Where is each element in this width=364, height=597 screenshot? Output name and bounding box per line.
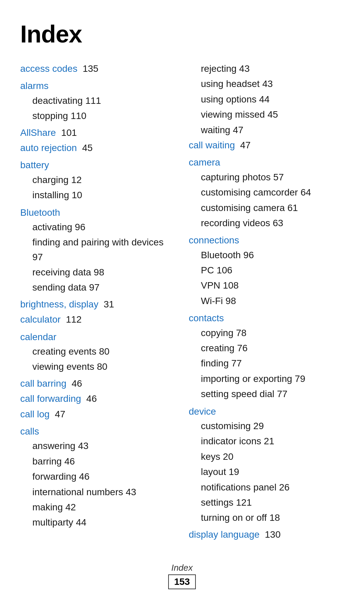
section-title: camera [189,155,344,170]
index-section: connectionsBluetooth 96PC 106VPN 108Wi-F… [189,233,344,308]
index-section: callsanswering 43barring 46forwarding 46… [20,424,175,530]
section-sub-entry: PC 106 [189,263,344,277]
index-sub-entry: using headset 43 [189,77,344,91]
section-sub-entry: barring 46 [20,454,175,469]
section-sub-entry: keys 20 [189,449,344,464]
index-link: display language 130 [189,527,344,542]
link-text: display language [189,529,260,540]
link-text: calculator [20,314,61,325]
page-footer: Index 153 [20,563,344,589]
section-sub-entry: activating 96 [20,220,175,234]
footer-page-number: 153 [168,574,196,589]
index-link: AllShare 101 [20,125,175,140]
index-sub-entry: viewing missed 45 [189,107,344,122]
section-title: battery [20,158,175,172]
link-text: call forwarding [20,393,81,404]
link-text: brightness, display [20,299,98,309]
section-sub-entry: international numbers 43 [20,485,175,499]
section-sub-entry: answering 43 [20,439,175,453]
section-title: calls [20,424,175,439]
section-sub-entry: multiparty 44 [20,515,175,530]
index-link: calculator 112 [20,312,175,327]
index-link: brightness, display 31 [20,297,175,311]
link-text: auto rejection [20,143,77,153]
section-sub-entry: making 42 [20,500,175,514]
left-column: access codes 135alarmsdeactivating 111st… [20,61,189,542]
section-title: Bluetooth [20,205,175,220]
section-sub-entry: installing 10 [20,188,175,202]
section-sub-entry: recording videos 63 [189,216,344,230]
link-text: call log [20,409,50,419]
index-section: contactscopying 78creating 76finding 77i… [189,311,344,401]
link-text: call barring [20,378,66,389]
section-title: calendar [20,330,175,344]
index-sub-entry: waiting 47 [189,123,344,137]
section-title: contacts [189,311,344,325]
section-sub-entry: copying 78 [189,326,344,340]
section-sub-entry: Bluetooth 96 [189,248,344,262]
link-text: call waiting [189,140,235,150]
section-sub-entry: turning on or off 18 [189,510,344,525]
index-link: auto rejection 45 [20,141,175,155]
section-sub-entry: receiving data 98 [20,265,175,279]
section-sub-entry: customising 29 [189,419,344,433]
index-section: Bluetoothactivating 96finding and pairin… [20,205,175,295]
section-sub-entry: creating 76 [189,341,344,355]
section-sub-entry: capturing photos 57 [189,170,344,184]
index-link: call forwarding 46 [20,391,175,406]
index-section: alarmsdeactivating 111stopping 110 [20,79,175,123]
index-link: access codes 135 [20,61,175,76]
section-sub-entry: VPN 108 [189,278,344,293]
section-sub-entry: viewing events 80 [20,359,175,374]
page-title: Index [20,20,344,48]
section-sub-entry: finding 77 [189,356,344,370]
section-sub-entry: stopping 110 [20,109,175,123]
section-sub-entry: customising camera 61 [189,201,344,215]
section-sub-entry: sending data 97 [20,280,175,295]
section-sub-entry: charging 12 [20,173,175,187]
index-section: devicecustomising 29indicator icons 21ke… [189,404,344,525]
footer-label: Index [20,563,344,573]
index-section: cameracapturing photos 57customising cam… [189,155,344,230]
section-sub-entry: customising camcorder 64 [189,185,344,200]
section-sub-entry: setting speed dial 77 [189,387,344,401]
section-sub-entry: finding and pairing with devices 97 [20,235,175,264]
right-column: rejecting 43using headset 43using option… [189,61,344,542]
index-section: calendarcreating events 80viewing events… [20,330,175,374]
section-sub-entry: layout 19 [189,465,344,479]
link-text: AllShare [20,127,56,138]
index-link: call waiting 47 [189,138,344,152]
section-sub-entry: importing or exporting 79 [189,371,344,386]
section-sub-entry: settings 121 [189,495,344,510]
index-link: call log 47 [20,407,175,421]
section-sub-entry: indicator icons 21 [189,434,344,448]
section-title: alarms [20,79,175,93]
section-title: device [189,404,344,419]
section-title: connections [189,233,344,247]
index-sub-entry: rejecting 43 [189,61,344,76]
section-sub-entry: Wi-Fi 98 [189,294,344,308]
section-sub-entry: notifications panel 26 [189,480,344,495]
section-sub-entry: deactivating 111 [20,93,175,108]
link-text: access codes [20,63,78,74]
section-sub-entry: creating events 80 [20,344,175,359]
index-link: call barring 46 [20,376,175,391]
index-section: batterycharging 12installing 10 [20,158,175,202]
section-sub-entry: forwarding 46 [20,469,175,484]
index-sub-entry: using options 44 [189,92,344,107]
